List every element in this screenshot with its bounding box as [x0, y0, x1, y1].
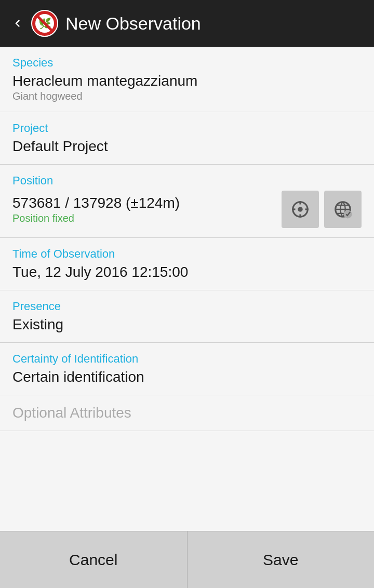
- time-label: Time of Observation: [12, 247, 362, 261]
- cancel-button[interactable]: Cancel: [0, 531, 188, 588]
- position-coordinates: 573681 / 137928 (±124m): [12, 195, 273, 211]
- species-subvalue: Giant hogweed: [12, 90, 362, 102]
- bottom-bar: Cancel Save: [0, 531, 374, 588]
- svg-point-4: [298, 207, 303, 212]
- app-icon: 🌿: [31, 10, 58, 37]
- time-section[interactable]: Time of Observation Tue, 12 July 2016 12…: [0, 238, 374, 290]
- content-area: Species Heracleum mantegazzianum Giant h…: [0, 47, 374, 531]
- presence-value: Existing: [12, 316, 362, 333]
- app-header: 🌿 New Observation: [0, 0, 374, 47]
- back-button[interactable]: [8, 14, 27, 33]
- crosshair-icon: [290, 199, 310, 219]
- project-label: Project: [12, 122, 362, 135]
- certainty-section[interactable]: Certainty of Identification Certain iden…: [0, 343, 374, 395]
- globe-button[interactable]: [324, 191, 362, 228]
- position-label: Position: [12, 174, 362, 188]
- page-title: New Observation: [65, 14, 201, 34]
- time-value: Tue, 12 July 2016 12:15:00: [12, 264, 362, 280]
- position-buttons: [282, 191, 362, 228]
- species-value: Heracleum mantegazzianum: [12, 73, 362, 89]
- presence-label: Presence: [12, 300, 362, 313]
- project-section[interactable]: Project Default Project: [0, 112, 374, 165]
- globe-icon: [333, 199, 353, 219]
- presence-section[interactable]: Presence Existing: [0, 290, 374, 343]
- species-section[interactable]: Species Heracleum mantegazzianum Giant h…: [0, 47, 374, 112]
- certainty-value: Certain identification: [12, 369, 362, 385]
- species-label: Species: [12, 56, 362, 70]
- position-text: 573681 / 137928 (±124m) Position fixed: [12, 195, 273, 224]
- position-section: Position 573681 / 137928 (±124m) Positio…: [0, 165, 374, 238]
- project-value: Default Project: [12, 138, 362, 155]
- optional-section[interactable]: Optional Attributes: [0, 395, 374, 431]
- optional-label: Optional Attributes: [12, 405, 362, 421]
- position-status: Position fixed: [12, 212, 273, 224]
- certainty-label: Certainty of Identification: [12, 352, 362, 366]
- save-button[interactable]: Save: [188, 531, 375, 588]
- crosshair-button[interactable]: [282, 191, 319, 228]
